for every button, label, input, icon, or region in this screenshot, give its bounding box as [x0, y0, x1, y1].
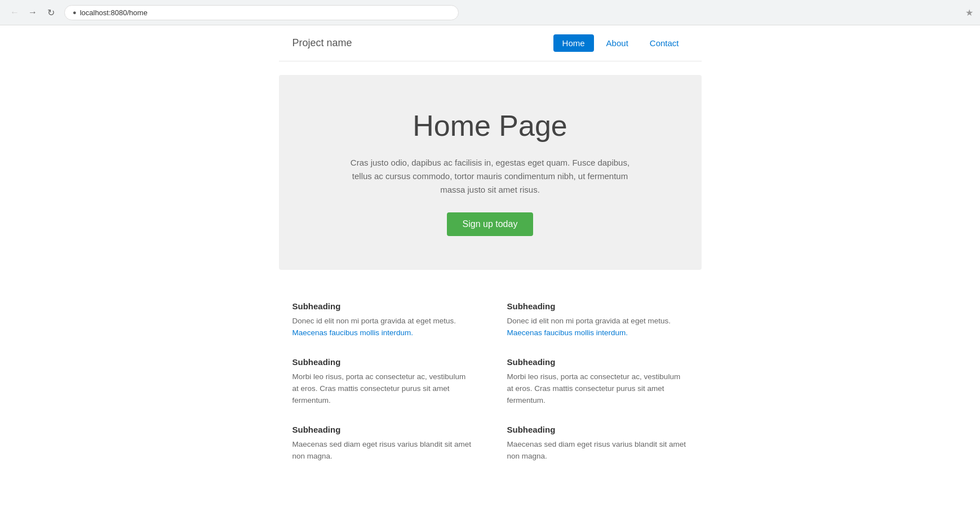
forward-button[interactable]: → [25, 5, 41, 20]
list-item: Subheading Maecenas sed diam eget risus … [292, 425, 473, 463]
page: Project name Home About Contact Home Pag… [0, 25, 980, 498]
subheading-2-3-text: Maecenas sed diam eget risus varius blan… [507, 439, 688, 463]
navbar-brand: Project name [292, 37, 352, 49]
content-grid: Subheading Donec id elit non mi porta gr… [292, 301, 688, 480]
subheading-2-1: Subheading [507, 301, 688, 311]
lock-icon: ● [73, 9, 77, 16]
content-section: Subheading Donec id elit non mi porta gr… [279, 283, 702, 498]
subheading-1-2: Subheading [292, 357, 473, 367]
subheading-1-2-text: Morbi leo risus, porta ac consectetur ac… [292, 371, 473, 407]
signup-button[interactable]: Sign up today [447, 212, 534, 236]
content-column-1: Subheading Donec id elit non mi porta gr… [292, 301, 473, 480]
subheading-2-3: Subheading [507, 425, 688, 434]
list-item: Subheading Donec id elit non mi porta gr… [507, 301, 688, 339]
browser-nav-buttons: ← → ↻ [7, 5, 59, 20]
address-bar[interactable]: ● localhost:8080/home [64, 5, 459, 20]
content-column-2: Subheading Donec id elit non mi porta gr… [507, 301, 688, 480]
bookmark-icon[interactable]: ★ [965, 7, 973, 18]
navbar: Project name Home About Contact [279, 25, 702, 61]
hero-title: Home Page [301, 109, 679, 143]
subheading-2-2: Subheading [507, 357, 688, 367]
subheading-1-1-text: Donec id elit non mi porta gravida at eg… [292, 315, 473, 339]
hero-section: Home Page Cras justo odio, dapibus ac fa… [279, 75, 702, 270]
list-item: Subheading Maecenas sed diam eget risus … [507, 425, 688, 463]
list-item: Subheading Morbi leo risus, porta ac con… [292, 357, 473, 407]
nav-about[interactable]: About [597, 34, 637, 52]
nav-home[interactable]: Home [553, 34, 594, 52]
subheading-1-3: Subheading [292, 425, 473, 434]
navbar-nav: Home About Contact [553, 34, 688, 52]
list-item: Subheading Donec id elit non mi porta gr… [292, 301, 473, 339]
nav-contact[interactable]: Contact [641, 34, 688, 52]
refresh-button[interactable]: ↻ [43, 5, 59, 20]
browser-chrome: ← → ↻ ● localhost:8080/home ★ [0, 0, 980, 25]
subheading-2-2-text: Morbi leo risus, porta ac consectetur ac… [507, 371, 688, 407]
back-button[interactable]: ← [7, 5, 23, 20]
url-text: localhost:8080/home [80, 8, 148, 17]
subheading-1-1: Subheading [292, 301, 473, 311]
subheading-1-3-text: Maecenas sed diam eget risus varius blan… [292, 439, 473, 463]
subheading-2-1-text: Donec id elit non mi porta gravida at eg… [507, 315, 688, 339]
hero-description: Cras justo odio, dapibus ac facilisis in… [344, 156, 637, 197]
list-item: Subheading Morbi leo risus, porta ac con… [507, 357, 688, 407]
